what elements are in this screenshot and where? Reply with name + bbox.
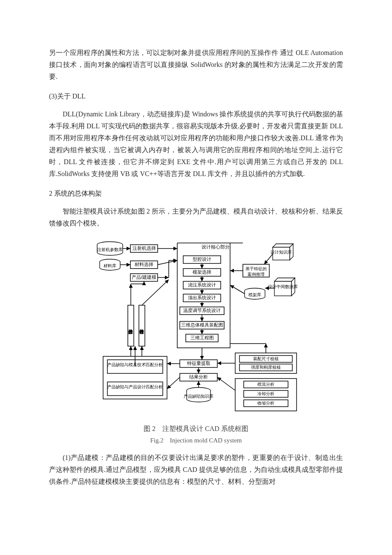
db-mold-library: 模架库: [245, 288, 265, 299]
heading-dll: (3)关于 DLL: [49, 90, 343, 102]
paragraph-3: 智能注塑模具设计系统如图 2 所示，主要分为产品建模、模具自动设计、校核和分析、…: [49, 205, 343, 229]
cbr-line1: 基于特征的: [245, 266, 267, 271]
core-step-6: 三维总体模具装配图: [181, 322, 223, 327]
figure-2-caption-cn: 图 2 注塑模具设计 CAD 系统框图: [89, 423, 303, 435]
svg-text:设计知识库: 设计知识库: [271, 250, 292, 254]
svg-text:模架库: 模架库: [248, 292, 261, 297]
svg-line-32: [264, 254, 273, 264]
heading-section-2: 2 系统的总体构架: [49, 188, 343, 199]
check-strength: 强度和刚度校核: [251, 365, 281, 370]
svg-text:产品缺陷知识库: 产品缺陷知识库: [184, 394, 213, 399]
svg-line-36: [230, 285, 245, 294]
box-inj-select: 注射机选择: [133, 246, 156, 251]
svg-rect-42: [128, 305, 134, 346]
figure-2: 注射机参数库 材料库 注射机选择 材料选择 产品/建建模: [89, 237, 303, 446]
analysis-moldflow: 模流分析: [257, 382, 274, 387]
svg-line-47: [142, 280, 169, 305]
core-step-1: 型腔设计: [193, 257, 211, 262]
figure-2-caption-en: Fig.2 Injection mold CAD system: [89, 435, 303, 446]
core-step-3: 浇注系统设计: [188, 282, 216, 287]
svg-line-72: [217, 377, 235, 390]
svg-line-60: [167, 377, 180, 389]
document-page: 另一个应用程序的属性和方法，可以定制对象并提供应用程序间的互操作件 通过 OLE…: [0, 0, 392, 555]
core-step-5: 温度调节系统设计: [183, 308, 221, 313]
box-product-model: 产品/建建模: [132, 275, 156, 280]
paragraph-1: 另一个应用程序的属性和方法，可以定制对象并提供应用程序间的互操作件 通过 OLE…: [49, 47, 343, 83]
db-material: 材料库: [100, 259, 120, 270]
paragraph-2: DLL(Dynamic Link Library，动态链接库)是 Windows…: [49, 108, 343, 180]
core-title: 设计核心部分: [202, 244, 230, 249]
paragraph-4: (1)产品建模：产品建模的目的不仅要设计出满足要求的塑件，更重要的在于设计、制造…: [49, 452, 343, 488]
box-mat-select: 材料选择: [134, 262, 153, 267]
core-step-4: 顶出系统设计: [188, 295, 216, 300]
db-mid: 设计中间数据库: [268, 278, 298, 296]
core-step-2: 模架选择: [193, 269, 211, 275]
check-fit: 装配尺寸校核: [253, 356, 279, 361]
figure-2-diagram: 注射机参数库 材料库 注射机选择 材料选择 产品/建建模: [89, 237, 303, 420]
feature-extract: 特征量提取: [187, 361, 210, 366]
defect-match-design: 产品缺陷与产品设计匹配分析: [107, 384, 163, 389]
analysis-shrink: 收缩分析: [257, 401, 274, 405]
result-analysis: 结果分析: [189, 374, 208, 379]
analysis-cooling: 冷却分析: [257, 391, 274, 396]
db-design-knowledge: 设计知识库: [271, 244, 293, 260]
svg-text:材料库: 材料库: [103, 263, 116, 268]
db-defect-knowledge: 产品缺陷知识库: [184, 387, 213, 402]
svg-line-10: [158, 260, 177, 265]
cbr-line2: 案例推理: [248, 272, 265, 277]
db-injection-params: 注射机参数库: [97, 242, 123, 255]
svg-rect-43: [139, 305, 145, 346]
svg-text:注射机参数库: 注射机参数库: [97, 247, 123, 252]
core-step-7: 三维工程图: [190, 335, 214, 340]
